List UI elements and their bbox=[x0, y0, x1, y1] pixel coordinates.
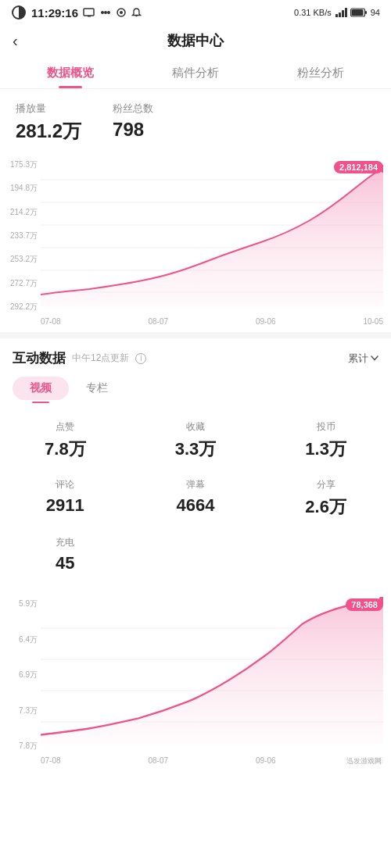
chart2-y-axis: 7.8万 7.3万 6.9万 6.4万 5.9万 bbox=[0, 597, 41, 753]
chart1-badge: 2,812,184 bbox=[334, 161, 383, 173]
y2-label-4: 7.3万 bbox=[3, 707, 38, 715]
play-count-label: 播放量 bbox=[16, 102, 81, 116]
favorites-label: 收藏 bbox=[186, 420, 205, 434]
coins-value: 1.3万 bbox=[305, 438, 346, 461]
network-speed: 0.31 KB/s bbox=[294, 8, 332, 17]
y-label-6: 272.7万 bbox=[3, 280, 38, 288]
fans-count-value: 798 bbox=[113, 119, 153, 141]
play-count-stat: 播放量 281.2万 bbox=[16, 102, 81, 144]
favorites-value: 3.3万 bbox=[175, 438, 217, 461]
svg-rect-9 bbox=[339, 13, 341, 17]
svg-rect-13 bbox=[365, 11, 367, 14]
x-label-4: 10-05 bbox=[363, 317, 383, 326]
barrage-value: 4664 bbox=[177, 495, 215, 516]
bell-icon bbox=[131, 8, 142, 18]
sub-tab-video[interactable]: 视频 bbox=[13, 377, 69, 400]
svg-rect-11 bbox=[345, 8, 347, 17]
svg-point-4 bbox=[104, 11, 107, 14]
metric-favorites: 收藏 3.3万 bbox=[131, 413, 261, 470]
chart1-x-axis: 07-08 08-07 09-06 10-05 bbox=[0, 314, 391, 329]
page-title: 数据中心 bbox=[167, 31, 224, 50]
y-label-2: 194.8万 bbox=[3, 184, 38, 192]
chart2-svg bbox=[41, 597, 383, 753]
chart2-wrapper: 7.8万 7.3万 6.9万 6.4万 5.9万 bbox=[0, 597, 391, 753]
fans-count-stat: 粉丝总数 798 bbox=[113, 102, 153, 144]
x-label-1: 07-08 bbox=[41, 317, 61, 326]
y2-label-5: 7.8万 bbox=[3, 742, 38, 750]
y2-label-2: 6.4万 bbox=[3, 636, 38, 644]
fans-count-label: 粉丝总数 bbox=[113, 102, 153, 116]
back-button[interactable]: ‹ bbox=[13, 32, 18, 50]
play-count-chart: 292.2万 272.7万 253.2万 233.7万 214.2万 194.8… bbox=[0, 150, 391, 332]
tab-content[interactable]: 稿件分析 bbox=[156, 58, 235, 88]
x-label-2: 08-07 bbox=[148, 317, 168, 326]
interaction-title: 互动数据 bbox=[13, 349, 66, 367]
status-left: 11:29:16 bbox=[11, 5, 142, 20]
svg-rect-14 bbox=[351, 9, 363, 16]
stats-row: 播放量 281.2万 粉丝总数 798 bbox=[0, 89, 391, 150]
menu-icon bbox=[100, 8, 111, 17]
cumulative-label: 累计 bbox=[348, 352, 368, 366]
likes-label: 点赞 bbox=[56, 420, 74, 434]
x2-label-2: 08-07 bbox=[148, 756, 168, 765]
svg-rect-10 bbox=[342, 10, 344, 17]
battery-icon bbox=[350, 8, 368, 17]
chart2-x-axis: 07-08 08-07 09-06 10-05 bbox=[0, 753, 391, 768]
shares-label: 分享 bbox=[317, 478, 335, 491]
main-tabs: 数据概览 稿件分析 粉丝分析 bbox=[0, 58, 391, 89]
svg-point-7 bbox=[120, 11, 123, 14]
y-label-1: 175.3万 bbox=[3, 161, 38, 169]
metric-comments: 评论 2911 bbox=[0, 470, 131, 528]
tab-fans[interactable]: 粉丝分析 bbox=[282, 58, 360, 88]
charge-label: 充电 bbox=[56, 536, 74, 549]
info-icon[interactable]: i bbox=[135, 353, 146, 364]
y-label-7: 292.2万 bbox=[3, 303, 38, 311]
charge-value: 45 bbox=[56, 553, 74, 573]
section-divider bbox=[0, 332, 391, 338]
chart1-y-axis: 292.2万 272.7万 253.2万 233.7万 214.2万 194.8… bbox=[0, 158, 41, 314]
x2-label-1: 07-08 bbox=[41, 756, 61, 765]
interaction-section-header: 互动数据 中午12点更新 i 累计 bbox=[0, 338, 391, 373]
section-title-group: 互动数据 中午12点更新 i bbox=[13, 349, 146, 367]
y-label-5: 253.2万 bbox=[3, 255, 38, 263]
metric-barrage: 弹幕 4664 bbox=[131, 470, 261, 528]
status-time: 11:29:16 bbox=[31, 6, 78, 20]
metrics-grid: 点赞 7.8万 收藏 3.3万 投币 1.3万 评论 2911 弹幕 4664 … bbox=[0, 409, 391, 586]
svg-point-3 bbox=[101, 11, 104, 14]
play-count-value: 281.2万 bbox=[16, 119, 81, 144]
record-icon bbox=[116, 8, 127, 17]
metric-likes: 点赞 7.8万 bbox=[0, 413, 131, 470]
interaction-chart: 7.8万 7.3万 6.9万 6.4万 5.9万 bbox=[0, 589, 391, 771]
watermark: 迅发游戏网 bbox=[343, 755, 385, 768]
metric-shares: 分享 2.6万 bbox=[260, 470, 391, 528]
comments-value: 2911 bbox=[46, 495, 84, 516]
cumulative-button[interactable]: 累计 bbox=[348, 352, 378, 366]
chart2-badge: 78,368 bbox=[346, 598, 383, 611]
status-bar: 11:29:16 0.31 KB/s bbox=[0, 0, 391, 23]
x2-label-3: 09-06 bbox=[256, 756, 276, 765]
likes-value: 7.8万 bbox=[45, 438, 86, 461]
sub-tab-column[interactable]: 专栏 bbox=[69, 377, 125, 400]
svg-rect-8 bbox=[335, 14, 338, 17]
svg-rect-2 bbox=[88, 16, 91, 17]
barrage-label: 弹幕 bbox=[186, 478, 205, 491]
shares-value: 2.6万 bbox=[305, 495, 346, 519]
battery-level: 94 bbox=[371, 8, 380, 17]
svg-point-5 bbox=[107, 11, 110, 14]
tab-overview[interactable]: 数据概览 bbox=[31, 58, 109, 88]
header: ‹ 数据中心 bbox=[0, 23, 391, 58]
y2-label-1: 5.9万 bbox=[3, 600, 38, 608]
interaction-subtitle: 中午12点更新 bbox=[72, 352, 129, 365]
x-label-3: 09-06 bbox=[256, 317, 276, 326]
coins-label: 投币 bbox=[317, 420, 335, 434]
circle-icon bbox=[11, 5, 27, 20]
y-label-3: 214.2万 bbox=[3, 209, 38, 216]
svg-rect-1 bbox=[84, 9, 94, 16]
sub-tabs: 视频 专栏 bbox=[0, 373, 391, 409]
signal-icon bbox=[335, 8, 347, 17]
y2-label-3: 6.9万 bbox=[3, 671, 38, 679]
chart1-svg bbox=[41, 158, 383, 314]
y-label-4: 233.7万 bbox=[3, 232, 38, 240]
chart1-wrapper: 292.2万 272.7万 253.2万 233.7万 214.2万 194.8… bbox=[0, 158, 391, 314]
metric-charge: 充电 45 bbox=[0, 528, 131, 583]
